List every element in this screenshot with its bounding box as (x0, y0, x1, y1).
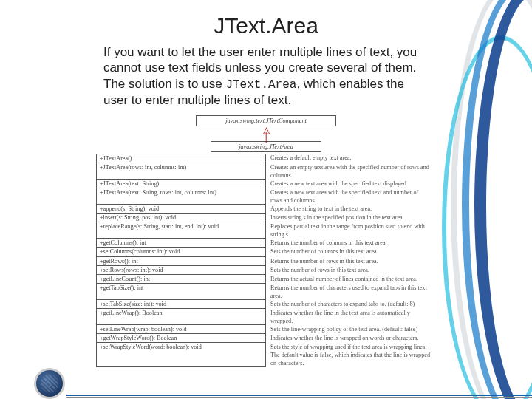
globe-icon (34, 368, 65, 399)
uml-description: Indicates whether the line is wrapped on… (266, 334, 436, 343)
uml-description: Creates a new text area with the specifi… (266, 188, 436, 205)
uml-description: Indicates whether the line in the text a… (266, 309, 436, 325)
uml-row: +setRows(rows: int): voidSets the number… (96, 266, 436, 275)
uml-signature: +setRows(rows: int): void (96, 266, 266, 275)
uml-description: Sets the number of rows in this text are… (266, 266, 436, 275)
uml-diagram: javax.swing.text.JTextComponent △│ javax… (96, 115, 436, 368)
uml-description: Sets the style of wrapping used if the t… (266, 343, 436, 367)
uml-description: Inserts string s in the specified positi… (266, 214, 436, 222)
side-decoration (469, 6, 532, 399)
uml-signature: +JTextArea(rows: int, columns: int) (96, 163, 266, 180)
uml-table: +JTextArea()Creates a default empty text… (96, 154, 436, 368)
uml-row: +setTabSize(size: int): voidSets the num… (96, 300, 436, 309)
uml-row: +JTextArea(text: String)Creates a new te… (96, 180, 436, 188)
uml-signature: +getWrapStyleWord(): Boolean (96, 334, 266, 343)
uml-row: +setWrapStyleWord(word: boolean): voidSe… (96, 343, 436, 367)
uml-description: Creates a default empty text area. (266, 154, 436, 163)
uml-row: +getColumns(): intReturns the number of … (96, 239, 436, 248)
uml-signature: +getRows(): int (96, 257, 266, 266)
uml-signature: +JTextArea(text: String) (96, 180, 266, 188)
uml-description: Returns the number of characters used to… (266, 284, 436, 300)
uml-row: +JTextArea()Creates a default empty text… (96, 154, 436, 163)
slide-description: If you want to let the user enter multip… (103, 44, 429, 108)
uml-signature: +setLineWrap(wrap: boolean): void (96, 325, 266, 334)
uml-signature: +insert(s: String, pos: int): void (96, 214, 266, 222)
uml-row: +getLineWrap(): BooleanIndicates whether… (96, 309, 436, 325)
class-box: javax.swing.JTextArea (211, 141, 321, 152)
footer: B F C I Benha faculty of computer & Info… (0, 380, 532, 399)
uml-signature: +setColumns(columns: int): void (96, 248, 266, 256)
uml-signature: +setWrapStyleWord(word: boolean): void (96, 343, 266, 367)
uml-row: +getLineCount(): intReturns the actual n… (96, 275, 436, 284)
uml-signature: +getColumns(): int (96, 239, 266, 248)
uml-row: +append(s: String): voidAppends the stri… (96, 205, 436, 214)
uml-row: +getWrapStyleWord(): BooleanIndicates wh… (96, 334, 436, 343)
uml-description: Creates an empty text area with the spec… (266, 163, 436, 180)
uml-row: +insert(s: String, pos: int): voidInsert… (96, 214, 436, 222)
uml-row: +setColumns(columns: int): voidSets the … (96, 248, 436, 256)
uml-row: +replaceRange(s: String, start: int, end… (96, 222, 436, 239)
uml-signature: +replaceRange(s: String, start: int, end… (96, 222, 266, 239)
uml-signature: +append(s: String): void (96, 205, 266, 214)
uml-description: Sets the line-wrapping policy of the tex… (266, 325, 436, 334)
uml-signature: +JTextArea(text: String, rows: int, colu… (96, 188, 266, 205)
uml-signature: +getLineCount(): int (96, 275, 266, 284)
inheritance-arrow-icon: △│ (96, 126, 436, 141)
uml-row: +JTextArea(text: String, rows: int, colu… (96, 188, 436, 205)
desc-code: JText.Area (225, 78, 296, 92)
uml-description: Sets the number of characters to expand … (266, 300, 436, 309)
slide-title: JText.Area (0, 13, 532, 38)
uml-description: Returns the number of columns in this te… (266, 239, 436, 248)
uml-description: Replaces partial text in the range from … (266, 222, 436, 239)
uml-description: Creates a new text area with the specifi… (266, 180, 436, 188)
uml-row: +getTabSize(): intReturns the number of … (96, 284, 436, 300)
uml-row: +setLineWrap(wrap: boolean): voidSets th… (96, 325, 436, 334)
uml-description: Appends the string to text in the text a… (266, 205, 436, 214)
uml-row: +getRows(): intReturns the number of row… (96, 257, 436, 266)
uml-signature: +setTabSize(size: int): void (96, 300, 266, 309)
uml-description: Sets the number of columns in this text … (266, 248, 436, 256)
uml-row: +JTextArea(rows: int, columns: int)Creat… (96, 163, 436, 180)
footer-logo: B F C I (9, 368, 90, 399)
uml-signature: +getLineWrap(): Boolean (96, 309, 266, 325)
slide: JText.Area If you want to let the user e… (0, 13, 532, 399)
uml-signature: +JTextArea() (96, 154, 266, 163)
uml-description: Returns the actual number of lines conta… (266, 275, 436, 284)
uml-signature: +getTabSize(): int (96, 284, 266, 300)
uml-description: Returns the number of rows in this text … (266, 257, 436, 266)
